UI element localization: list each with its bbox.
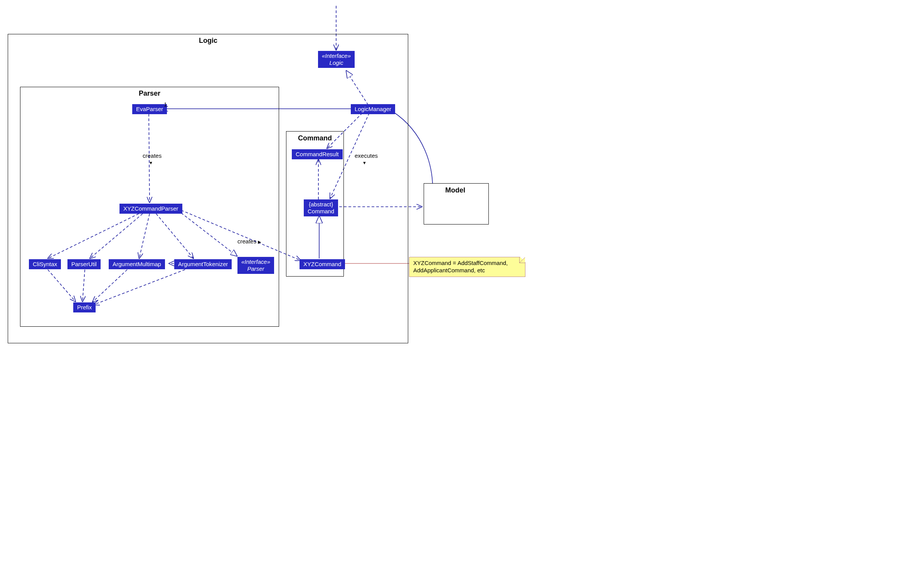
eva-parser-class: EvaParser bbox=[132, 104, 167, 114]
creates-label-1-arrow: ▼ bbox=[149, 160, 153, 165]
logic-frame-title: Logic bbox=[199, 37, 217, 45]
creates-label-2: creates ▶ bbox=[237, 238, 261, 245]
xyz-command-parser-name: XYZCommandParser bbox=[123, 205, 178, 212]
eva-parser-multiplicity: 1 bbox=[164, 101, 167, 108]
interface-parser-stereotype: «Interface» bbox=[241, 258, 270, 265]
logic-manager-class: LogicManager bbox=[351, 104, 395, 114]
xyz-command-note: XYZCommand = AddStaffCommand, AddApplica… bbox=[409, 257, 525, 277]
prefix-class: Prefix bbox=[73, 302, 96, 312]
executes-label: executes ▼ bbox=[355, 152, 378, 165]
xyz-command-parser-class: XYZCommandParser bbox=[119, 204, 182, 214]
creates-label-2-text: creates bbox=[237, 238, 256, 245]
creates-label-2-arrow: ▶ bbox=[258, 240, 261, 245]
abstract-command-name: Command bbox=[308, 208, 334, 215]
interface-logic-stereotype: «Interface» bbox=[322, 52, 351, 59]
argument-tokenizer-name: ArgumentTokenizer bbox=[178, 261, 228, 268]
argument-multimap-class: ArgumentMultimap bbox=[109, 259, 165, 269]
xyz-command-name: XYZCommand bbox=[303, 261, 341, 268]
diagram-root: Logic Parser Command Model «Interface» L… bbox=[0, 0, 570, 360]
command-result-name: CommandResult bbox=[296, 151, 339, 158]
parser-util-name: ParserUtil bbox=[71, 261, 97, 268]
argument-tokenizer-class: ArgumentTokenizer bbox=[174, 259, 232, 269]
interface-logic-class: «Interface» Logic bbox=[318, 51, 355, 68]
parser-util-class: ParserUtil bbox=[67, 259, 101, 269]
xyz-command-class: XYZCommand bbox=[300, 259, 345, 269]
parser-frame-title: Parser bbox=[139, 89, 160, 98]
cli-syntax-class: CliSyntax bbox=[29, 259, 61, 269]
prefix-name: Prefix bbox=[77, 304, 92, 311]
executes-label-arrow: ▼ bbox=[362, 160, 367, 165]
model-frame-title: Model bbox=[445, 186, 465, 194]
executes-label-text: executes bbox=[355, 152, 378, 159]
note-line-2: AddApplicantCommand, etc bbox=[413, 267, 485, 273]
command-frame-title: Command bbox=[298, 134, 332, 142]
eva-parser-name: EvaParser bbox=[136, 106, 163, 113]
abstract-command-class: {abstract} Command bbox=[304, 199, 338, 216]
creates-label-1: creates ▼ bbox=[143, 152, 162, 165]
cli-syntax-name: CliSyntax bbox=[33, 261, 57, 268]
abstract-command-stereotype: {abstract} bbox=[308, 201, 334, 208]
note-line-1: XYZCommand = AddStaffCommand, bbox=[413, 260, 508, 266]
creates-label-1-text: creates bbox=[143, 152, 162, 159]
interface-logic-name: Logic bbox=[322, 59, 351, 66]
logic-manager-name: LogicManager bbox=[355, 106, 391, 113]
command-result-class: CommandResult bbox=[292, 149, 343, 159]
interface-parser-name: Parser bbox=[241, 265, 270, 272]
interface-parser-class: «Interface» Parser bbox=[237, 257, 274, 274]
argument-multimap-name: ArgumentMultimap bbox=[113, 261, 161, 268]
